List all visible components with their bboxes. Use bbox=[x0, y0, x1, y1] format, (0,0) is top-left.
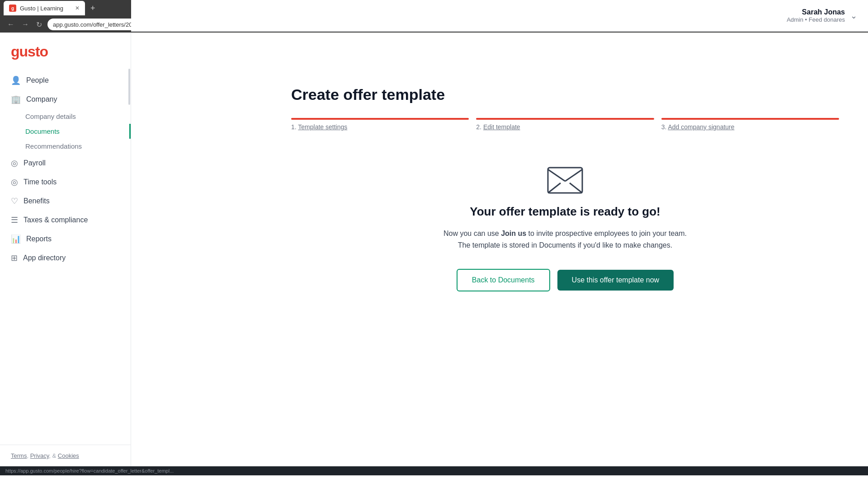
scroll-indicator bbox=[128, 33, 131, 466]
step-2-line bbox=[476, 118, 654, 120]
sidebar-item-time-tools[interactable]: ◎ Time tools bbox=[0, 173, 131, 192]
step-1-link[interactable]: Template settings bbox=[298, 123, 347, 131]
sidebar-item-label: Benefits bbox=[24, 197, 50, 205]
page-title: Create offer template bbox=[291, 86, 839, 103]
success-desc-part1: Now you can use bbox=[443, 230, 501, 237]
user-role: Admin • Feed donares bbox=[787, 16, 845, 23]
forward-button[interactable]: → bbox=[20, 19, 31, 30]
cookies-link[interactable]: Cookies bbox=[58, 452, 79, 459]
sidebar-item-app-directory[interactable]: ⊞ App directory bbox=[0, 249, 131, 267]
sidebar-item-label: Company bbox=[26, 95, 57, 103]
reload-button[interactable]: ↻ bbox=[34, 19, 44, 31]
company-icon: 🏢 bbox=[11, 94, 21, 104]
gusto-logo: gusto bbox=[0, 40, 131, 71]
status-url: https://app.gusto.com/people/hire?flow=c… bbox=[5, 468, 174, 474]
step-3-section: 3. Add company signature bbox=[661, 118, 839, 131]
use-template-button[interactable]: Use this offer template now bbox=[557, 270, 674, 291]
new-tab-button[interactable]: + bbox=[87, 4, 99, 13]
svg-line-1 bbox=[548, 169, 565, 181]
success-desc-bold: Join us bbox=[501, 230, 526, 237]
sidebar-item-company[interactable]: 🏢 Company bbox=[0, 90, 131, 109]
main-content: Create offer template 1. Template settin… bbox=[262, 64, 868, 466]
sidebar-item-benefits[interactable]: ♡ Benefits bbox=[0, 192, 131, 211]
sidebar-item-company-details[interactable]: Company details bbox=[0, 109, 131, 124]
reports-icon: 📊 bbox=[11, 234, 21, 244]
sidebar-nav: 👤 People 🏢 Company Company details Docum… bbox=[0, 71, 131, 445]
sidebar-item-label: App directory bbox=[23, 254, 66, 262]
terms-link[interactable]: Terms bbox=[11, 452, 27, 459]
taxes-icon: ☰ bbox=[11, 215, 18, 225]
sidebar-item-label: Payroll bbox=[24, 159, 46, 167]
tab-close-button[interactable]: ✕ bbox=[75, 5, 80, 11]
svg-line-3 bbox=[548, 183, 561, 193]
benefits-icon: ♡ bbox=[11, 196, 18, 206]
sidebar-item-recommendations[interactable]: Recommendations bbox=[0, 139, 131, 154]
app-directory-icon: ⊞ bbox=[11, 253, 18, 263]
success-desc-line2: The template is stored in Documents if y… bbox=[458, 241, 672, 249]
sidebar-footer: Terms, Privacy, & Cookies bbox=[0, 445, 131, 466]
sidebar-item-label: Reports bbox=[26, 235, 52, 243]
success-desc-part2: to invite prospective employees to join … bbox=[526, 230, 687, 237]
user-name: Sarah Jonas bbox=[787, 8, 845, 16]
sidebar-item-label: Time tools bbox=[24, 178, 57, 186]
step-1-line bbox=[291, 118, 469, 120]
step-gap-2 bbox=[654, 118, 661, 131]
sidebar-item-documents[interactable]: Documents bbox=[0, 124, 131, 139]
sidebar-item-people[interactable]: 👤 People bbox=[0, 71, 131, 90]
back-button[interactable]: ← bbox=[5, 19, 16, 30]
chevron-down-icon: ⌄ bbox=[850, 11, 857, 21]
success-title: Your offer template is ready to go! bbox=[470, 205, 660, 219]
sidebar-item-payroll[interactable]: ◎ Payroll bbox=[0, 154, 131, 173]
step-1-label: 1. Template settings bbox=[291, 123, 469, 131]
user-details: Sarah Jonas Admin • Feed donares bbox=[787, 8, 845, 23]
tab-title: Gusto | Learning bbox=[20, 5, 63, 12]
sidebar-item-taxes[interactable]: ☰ Taxes & compliance bbox=[0, 211, 131, 230]
people-icon: 👤 bbox=[11, 75, 21, 85]
back-to-documents-button[interactable]: Back to Documents bbox=[457, 269, 550, 291]
step-2-section: 2. Edit template bbox=[476, 118, 654, 131]
status-bar: https://app.gusto.com/people/hire?flow=c… bbox=[0, 466, 868, 475]
sidebar-item-reports[interactable]: 📊 Reports bbox=[0, 230, 131, 249]
privacy-link[interactable]: Privacy bbox=[30, 452, 49, 459]
svg-line-4 bbox=[570, 183, 582, 193]
svg-line-2 bbox=[565, 169, 582, 181]
step-3-line bbox=[661, 118, 839, 120]
payroll-icon: ◎ bbox=[11, 158, 18, 168]
tab-favicon: g bbox=[9, 5, 16, 12]
sidebar-item-label: People bbox=[26, 76, 49, 84]
step-gap-1 bbox=[469, 118, 476, 131]
step-1-section: 1. Template settings bbox=[291, 118, 469, 131]
active-tab[interactable]: g Gusto | Learning ✕ bbox=[4, 1, 85, 15]
envelope-icon bbox=[547, 167, 583, 194]
step-3-label: 3. Add company signature bbox=[661, 123, 839, 131]
user-menu[interactable]: Sarah Jonas Admin • Feed donares ⌄ bbox=[787, 8, 857, 23]
step-3-link[interactable]: Add company signature bbox=[668, 123, 734, 131]
action-buttons: Back to Documents Use this offer templat… bbox=[457, 269, 674, 291]
success-description: Now you can use Join us to invite prospe… bbox=[443, 228, 687, 251]
step-2-link[interactable]: Edit template bbox=[483, 123, 520, 131]
time-icon: ◎ bbox=[11, 177, 18, 187]
sidebar-item-label: Taxes & compliance bbox=[24, 216, 88, 224]
steps-container: 1. Template settings 2. Edit template 3.… bbox=[291, 118, 839, 131]
app-header: Sarah Jonas Admin • Feed donares ⌄ bbox=[131, 0, 868, 32]
sidebar: gusto 👤 People 🏢 Company Company details… bbox=[0, 33, 131, 466]
step-2-label: 2. Edit template bbox=[476, 123, 654, 131]
scroll-thumb bbox=[128, 69, 130, 105]
app-layout: gusto 👤 People 🏢 Company Company details… bbox=[0, 33, 868, 466]
success-area: Your offer template is ready to go! Now … bbox=[291, 152, 839, 306]
